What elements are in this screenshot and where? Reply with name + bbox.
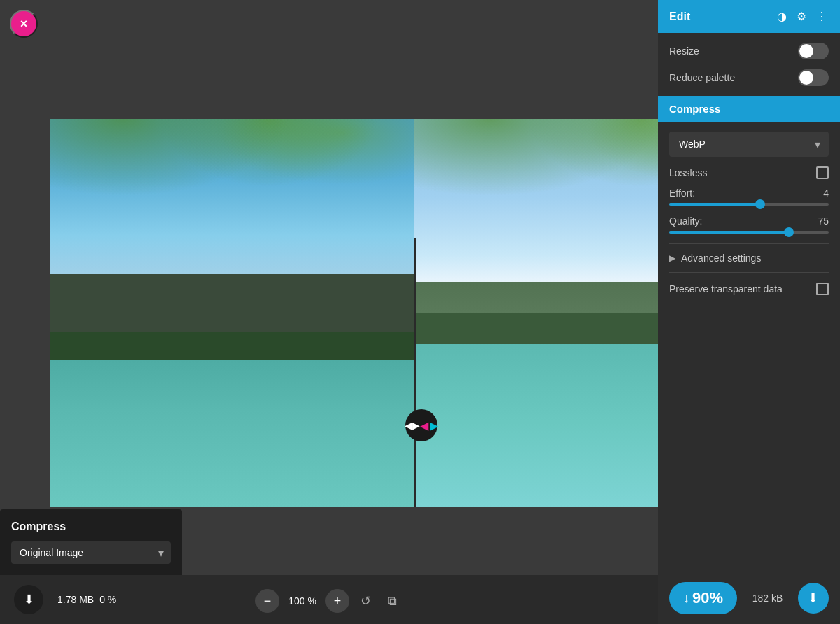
format-select[interactable]: WebP JPEG PNG AVIF bbox=[669, 132, 829, 157]
panel-bottom: ↓ 90% 182 kB ⬇ bbox=[658, 572, 840, 624]
minus-icon: − bbox=[264, 594, 272, 609]
file-percent-value: 0 % bbox=[99, 594, 116, 605]
panel-title: Edit bbox=[669, 10, 690, 23]
settings-icon: ⚙ bbox=[797, 10, 806, 22]
fullscreen-button[interactable]: ⧉ bbox=[382, 591, 402, 611]
image-select[interactable]: Original Image Compressed Image bbox=[11, 541, 171, 564]
panel-icons: ◑ ⚙ ⋮ bbox=[776, 8, 829, 24]
effort-value: 4 bbox=[823, 187, 829, 199]
download-main-button[interactable]: ↓ 90% bbox=[669, 582, 737, 614]
advanced-settings-label: Advanced settings bbox=[681, 253, 761, 264]
preserve-transparent-row: Preserve transparent data bbox=[669, 283, 829, 295]
file-size-value: 1.78 MB bbox=[57, 594, 94, 605]
right-panel: Edit ◑ ⚙ ⋮ Resize Reduce palette bbox=[658, 0, 840, 624]
lossless-label: Lossless bbox=[669, 167, 707, 178]
zoom-level: 100 % bbox=[285, 595, 320, 607]
effort-slider-fill bbox=[669, 203, 760, 206]
contrast-icon: ◑ bbox=[777, 10, 787, 22]
comparison-divider bbox=[414, 238, 416, 507]
compress-panel-title: Compress bbox=[11, 520, 171, 533]
download-arrow-icon: ↓ bbox=[683, 591, 690, 606]
compress-section-header: Compress bbox=[658, 96, 840, 122]
download-percent: 90% bbox=[692, 589, 723, 607]
download-size: 182 kB bbox=[752, 593, 783, 604]
comparison-handle[interactable]: ◀ ▶ bbox=[405, 409, 438, 441]
close-icon: × bbox=[20, 17, 28, 31]
quality-slider-fill bbox=[669, 231, 789, 234]
reduce-palette-toggle[interactable] bbox=[798, 69, 829, 86]
quality-label: Quality: bbox=[669, 215, 702, 227]
format-select-wrapper: WebP JPEG PNG AVIF ▾ bbox=[669, 132, 829, 157]
more-icon: ⋮ bbox=[816, 10, 827, 22]
advanced-settings-row[interactable]: ▶ Advanced settings bbox=[669, 243, 829, 273]
download-area: ↓ 90% 182 kB ⬇ bbox=[669, 582, 829, 614]
original-image bbox=[50, 119, 414, 507]
effort-slider[interactable] bbox=[669, 203, 829, 206]
download-icon-button[interactable]: ⬇ bbox=[798, 583, 829, 614]
effort-label: Effort: bbox=[669, 187, 695, 199]
rotate-icon: ↺ bbox=[360, 594, 371, 608]
left-arrow-icon: ◀ bbox=[420, 419, 428, 432]
fullscreen-icon: ⧉ bbox=[388, 594, 397, 608]
close-button[interactable]: × bbox=[10, 10, 38, 38]
quality-slider-row: Quality: 75 bbox=[669, 215, 829, 234]
plus-icon: + bbox=[334, 594, 342, 609]
resize-label: Resize bbox=[669, 45, 699, 57]
lossless-row: Lossless bbox=[669, 166, 829, 179]
panel-body: Resize Reduce palette Compress WebP JPEG… bbox=[658, 33, 840, 572]
resize-row: Resize bbox=[669, 43, 829, 59]
download-icon-2: ⬇ bbox=[808, 590, 818, 606]
effort-slider-thumb[interactable] bbox=[755, 199, 765, 209]
download-icon: ⬇ bbox=[24, 592, 34, 607]
bottom-toolbar: ⬇ 1.78 MB 0 % − 100 % + ↺ ⧉ bbox=[0, 575, 658, 624]
download-button[interactable]: ⬇ bbox=[14, 585, 43, 614]
zoom-in-button[interactable]: + bbox=[326, 589, 349, 613]
preserve-transparent-label: Preserve transparent data bbox=[669, 283, 783, 295]
image-select-wrapper: Original Image Compressed Image ▾ bbox=[11, 541, 171, 564]
reduce-palette-toggle-knob bbox=[799, 71, 813, 85]
quality-slider[interactable] bbox=[669, 231, 829, 234]
quality-slider-thumb[interactable] bbox=[784, 227, 794, 237]
panel-header: Edit ◑ ⚙ ⋮ bbox=[658, 0, 840, 33]
settings-button[interactable]: ⚙ bbox=[795, 8, 808, 24]
preserve-transparent-checkbox[interactable] bbox=[816, 283, 829, 295]
contrast-button[interactable]: ◑ bbox=[776, 8, 788, 24]
more-button[interactable]: ⋮ bbox=[815, 8, 829, 24]
chevron-right-icon: ▶ bbox=[669, 253, 676, 263]
reduce-palette-label: Reduce palette bbox=[669, 72, 735, 83]
resize-toggle[interactable] bbox=[798, 43, 829, 59]
right-arrow-icon: ▶ bbox=[430, 419, 438, 432]
leaves-overlay-left bbox=[50, 119, 414, 255]
file-size-info: 1.78 MB 0 % bbox=[57, 594, 116, 605]
effort-slider-row: Effort: 4 bbox=[669, 187, 829, 206]
lossless-checkbox[interactable] bbox=[816, 166, 829, 179]
image-left-pane bbox=[50, 119, 414, 507]
compress-panel: Compress Original Image Compressed Image… bbox=[0, 509, 182, 575]
rotate-button[interactable]: ↺ bbox=[355, 590, 377, 611]
zoom-out-button[interactable]: − bbox=[255, 589, 279, 613]
quality-value: 75 bbox=[818, 215, 829, 227]
reduce-palette-row: Reduce palette bbox=[669, 69, 829, 86]
zoom-controls: − 100 % + ↺ ⧉ bbox=[255, 589, 402, 613]
resize-toggle-knob bbox=[799, 44, 813, 58]
